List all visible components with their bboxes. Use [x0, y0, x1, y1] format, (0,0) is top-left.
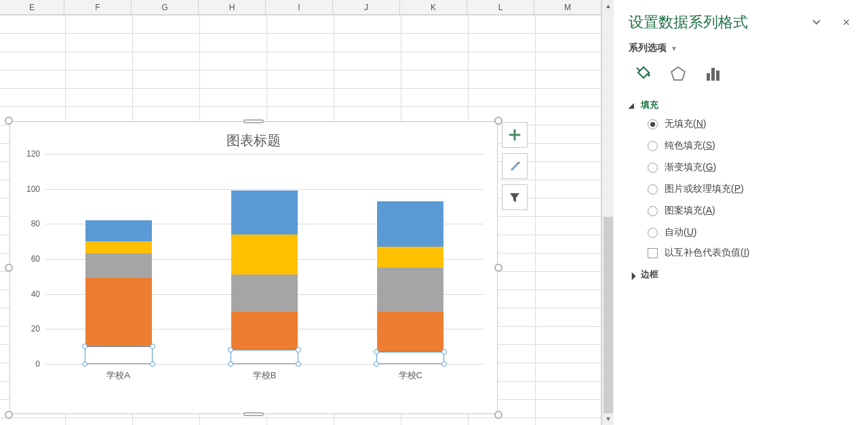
fill-option-radio[interactable]: 自动(U) [648, 226, 853, 239]
fill-option-radio[interactable]: 图片或纹理填充(P) [648, 183, 853, 195]
chevron-down-icon: ▼ [671, 45, 677, 52]
svg-rect-0 [707, 73, 710, 81]
chart-bars[interactable] [45, 154, 484, 364]
y-tick-label: 120 [26, 149, 40, 159]
histogram-icon [705, 65, 722, 83]
plus-icon [509, 129, 521, 141]
disclosure-triangle-icon: ◢ [627, 270, 637, 280]
x-tick-label: 学校B [231, 369, 298, 382]
bar-segment[interactable] [85, 346, 152, 364]
y-tick-label: 60 [31, 254, 40, 264]
pane-close-button[interactable]: × [840, 16, 853, 29]
radio-icon [648, 119, 658, 129]
invert-negative-checkbox[interactable]: 以互补色代表负值(I) [648, 247, 853, 259]
bar-segment[interactable] [85, 254, 152, 278]
column-header[interactable]: I [266, 0, 333, 14]
fill-section-label: 填充 [641, 99, 658, 111]
chart-element-buttons [502, 122, 528, 210]
chart-object[interactable]: 图表标题 020406080100120 学校A学校B学校C [9, 121, 498, 414]
tab-fill-line[interactable] [633, 64, 653, 84]
bar-segment[interactable] [231, 350, 298, 364]
bar-segment[interactable] [377, 352, 443, 364]
fill-option-label: 自动(U) [665, 226, 696, 239]
bar-segment[interactable] [231, 190, 298, 235]
bar-segment[interactable] [377, 247, 443, 268]
chart-handle-mb[interactable] [243, 412, 264, 416]
chart-title[interactable]: 图表标题 [10, 122, 497, 154]
tab-series-options[interactable] [703, 64, 724, 84]
invert-negative-label: 以互补色代表负值(I) [665, 247, 749, 259]
chart-handle-mr[interactable] [494, 264, 502, 272]
vertical-scrollbar[interactable]: ▲ ▼ [601, 0, 614, 425]
chart-add-element-button[interactable] [502, 122, 528, 148]
border-section-header[interactable]: ◢ 边框 [629, 268, 853, 281]
scroll-down-button[interactable]: ▼ [602, 413, 614, 425]
format-tab-icons [633, 64, 853, 84]
fill-option-radio[interactable]: 图案填充(A) [648, 205, 853, 217]
chart-filter-button[interactable] [502, 184, 528, 210]
radio-icon [648, 228, 658, 238]
chart-plot-area[interactable]: 020406080100120 [45, 154, 484, 364]
fill-option-radio[interactable]: 纯色填充(S) [648, 140, 853, 152]
scroll-thumb[interactable] [604, 217, 613, 413]
x-tick-label: 学校C [377, 369, 443, 382]
bar-segment[interactable] [231, 235, 298, 275]
chart-handle-tl[interactable] [5, 117, 13, 125]
series-options-dropdown[interactable]: 系列选项 ▼ [629, 42, 853, 54]
disclosure-triangle-icon: ◢ [629, 102, 635, 109]
radio-icon [648, 163, 658, 173]
radio-icon [648, 206, 658, 216]
chevron-down-icon [812, 20, 821, 25]
bar-segment[interactable] [377, 268, 443, 312]
pentagon-icon [669, 65, 687, 83]
y-axis: 020406080100120 [18, 154, 43, 364]
tab-effects[interactable] [668, 64, 688, 84]
y-tick-label: 80 [31, 219, 40, 228]
column-header[interactable]: J [333, 0, 400, 14]
chart-handle-bl[interactable] [5, 411, 13, 419]
brush-icon [508, 159, 521, 173]
column-header[interactable]: F [64, 0, 132, 14]
column-header[interactable]: M [534, 0, 601, 14]
column-header[interactable]: H [199, 0, 266, 14]
bar-segment[interactable] [85, 220, 152, 241]
bar-group[interactable] [231, 154, 298, 364]
fill-option-label: 图片或纹理填充(P) [665, 183, 744, 195]
fill-option-label: 纯色填充(S) [665, 140, 715, 152]
format-pane-title: 设置数据系列格式 [629, 12, 748, 33]
x-tick-label: 学校A [85, 369, 152, 382]
y-tick-label: 40 [31, 289, 40, 299]
column-header[interactable]: L [467, 0, 534, 14]
column-header[interactable]: G [132, 0, 199, 14]
y-tick-label: 100 [26, 184, 40, 194]
border-section-label: 边框 [641, 268, 658, 281]
bar-segment[interactable] [231, 275, 298, 311]
bar-group[interactable] [85, 154, 152, 364]
fill-option-radio[interactable]: 无填充(N) [648, 118, 853, 130]
bar-segment[interactable] [85, 241, 152, 254]
column-header[interactable]: K [400, 0, 467, 14]
fill-option-radio[interactable]: 渐变填充(G) [648, 161, 853, 174]
checkbox-icon [648, 248, 658, 258]
bar-segment[interactable] [231, 312, 298, 350]
filter-icon [509, 191, 521, 203]
chart-handle-mt[interactable] [243, 119, 264, 123]
format-pane: 设置数据系列格式 × 系列选项 ▼ [614, 0, 868, 425]
scroll-up-button[interactable]: ▲ [602, 0, 614, 12]
fill-options-list: 无填充(N)纯色填充(S)渐变填充(G)图片或纹理填充(P)图案填充(A)自动(… [648, 118, 853, 239]
bar-segment[interactable] [85, 278, 152, 346]
chart-handle-br[interactable] [494, 411, 502, 419]
bar-group[interactable] [377, 154, 443, 364]
chart-styles-button[interactable] [502, 153, 528, 179]
chart-handle-ml[interactable] [5, 264, 13, 272]
y-tick-label: 20 [31, 324, 40, 333]
column-header[interactable]: E [0, 0, 64, 14]
bar-segment[interactable] [377, 312, 443, 352]
column-headers-row: EFGHIJKLM [0, 0, 601, 15]
fill-option-label: 无填充(N) [665, 118, 706, 130]
bar-segment[interactable] [377, 201, 443, 247]
y-tick-label: 0 [35, 359, 40, 369]
fill-section-header[interactable]: ◢ 填充 [629, 99, 853, 111]
pane-options-button[interactable] [810, 16, 823, 29]
radio-icon [648, 184, 658, 195]
